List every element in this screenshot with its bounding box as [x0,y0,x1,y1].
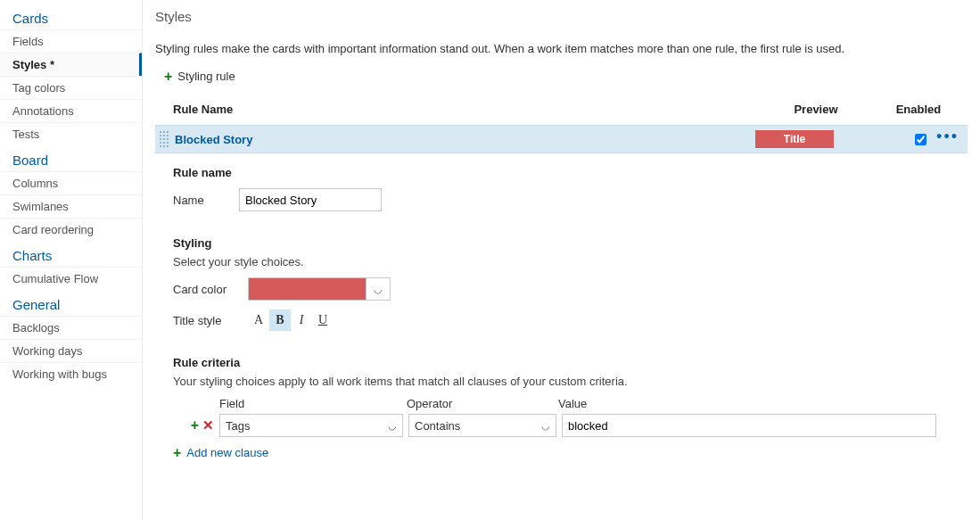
criteria-header-value: Value [558,397,933,410]
card-color-picker[interactable]: ◡ [248,277,391,301]
sidebar-item-card-reordering[interactable]: Card reordering [0,218,142,241]
add-styling-rule-label: Styling rule [177,70,235,83]
side-group-board: Board [0,145,142,171]
rule-name-section: Rule name Name [155,153,968,224]
add-styling-rule-button[interactable]: + Styling rule [155,68,968,97]
chevron-down-icon: ◡ [541,420,550,432]
rule-row[interactable]: Blocked Story Title ••• [155,125,968,153]
title-style-bold[interactable]: B [269,310,291,331]
plus-icon: + [173,447,181,459]
sidebar-item-working-days[interactable]: Working days [0,339,142,362]
title-style-normal[interactable]: A [248,310,269,331]
criteria-header-field: Field [219,397,407,410]
criteria-header-operator: Operator [407,397,558,410]
clause-field-value: Tags [226,419,250,433]
clause-remove-icon[interactable]: ✕ [202,417,214,433]
criteria-sub: Your styling choices apply to all work i… [173,375,959,388]
card-color-dropdown-button[interactable]: ◡ [366,277,391,301]
criteria-heading: Rule criteria [173,356,959,369]
title-style-group: A B I U [248,310,334,331]
side-group-cards: Cards [0,4,142,29]
sidebar-item-swimlanes[interactable]: Swimlanes [0,194,142,218]
sidebar-item-cumulative-flow[interactable]: Cumulative Flow [0,267,142,290]
title-style-italic[interactable]: I [291,310,312,331]
clause-add-icon[interactable]: + [191,419,199,432]
rule-name-input[interactable] [239,188,382,211]
col-rule-name: Rule Name [173,103,754,116]
page-description: Styling rules make the cards with import… [155,42,968,55]
criteria-clause-row: + ✕ Tags ◡ Contains ◡ [173,414,959,437]
sidebar-item-working-with-bugs[interactable]: Working with bugs [0,362,142,385]
title-style-label: Title style [173,314,235,327]
plus-icon: + [164,70,172,83]
styling-sub: Select your style choices. [173,255,959,268]
clause-field-select[interactable]: Tags ◡ [219,414,403,437]
clause-value-input[interactable] [562,414,936,437]
rule-more-icon[interactable]: ••• [936,128,959,146]
styling-section: Styling Select your style choices. Card … [155,224,968,343]
name-label: Name [173,194,226,207]
main-panel: Styles Styling rules make the cards with… [143,0,980,520]
rule-name-heading: Rule name [173,166,959,179]
sidebar-item-tag-colors[interactable]: Tag colors [0,76,142,99]
criteria-section: Rule criteria Your styling choices apply… [155,343,968,463]
chevron-down-icon: ◡ [388,420,397,432]
settings-sidebar: Cards Fields Styles * Tag colors Annotat… [0,0,143,520]
page-title: Styles [155,9,968,24]
card-color-label: Card color [173,283,235,296]
col-preview: Preview [754,103,878,116]
side-group-general: General [0,290,142,316]
add-clause-label: Add new clause [186,446,268,459]
sidebar-item-backlogs[interactable]: Backlogs [0,316,142,339]
rule-title: Blocked Story [175,133,755,146]
styling-heading: Styling [173,236,959,250]
drag-handle-icon[interactable] [159,130,169,148]
clause-operator-select[interactable]: Contains ◡ [408,414,556,437]
clause-operator-value: Contains [415,419,460,433]
title-style-underline[interactable]: U [312,310,334,331]
rules-columns-header: Rule Name Preview Enabled [155,97,968,125]
sidebar-item-tests[interactable]: Tests [0,122,142,145]
sidebar-item-fields[interactable]: Fields [0,29,142,53]
card-color-swatch [248,277,366,301]
sidebar-item-annotations[interactable]: Annotations [0,99,142,122]
rule-enabled-checkbox[interactable] [915,134,926,145]
rule-preview-chip: Title [755,130,834,148]
sidebar-item-styles[interactable]: Styles * [0,53,142,76]
sidebar-item-columns[interactable]: Columns [0,171,142,194]
side-group-charts: Charts [0,241,142,267]
chevron-down-icon: ◡ [374,284,383,295]
criteria-headers: Field Operator Value [219,397,959,410]
add-clause-button[interactable]: + Add new clause [173,446,959,459]
col-enabled: Enabled [878,103,959,116]
